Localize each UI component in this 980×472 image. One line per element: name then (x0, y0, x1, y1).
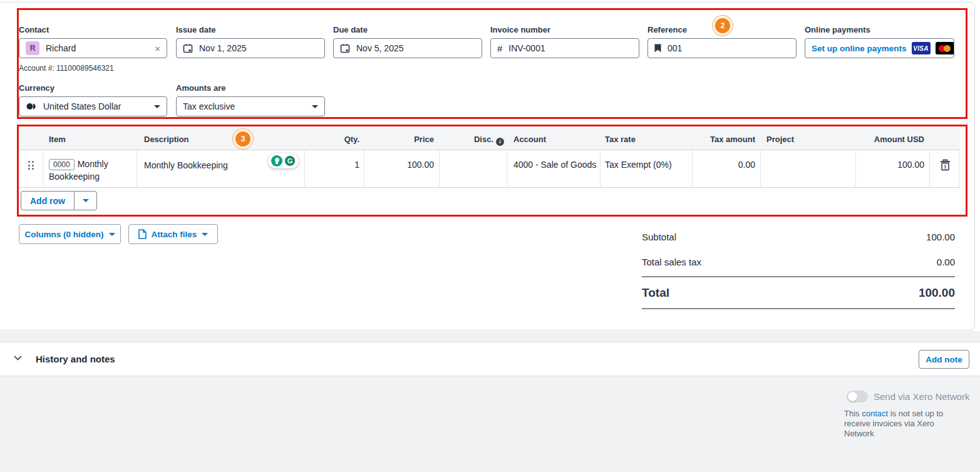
col-header-tax-rate: Tax rate (605, 135, 636, 144)
add-note-button[interactable]: Add note (919, 350, 969, 369)
contact-label: Contact (19, 25, 49, 34)
add-row-split-button: Add row (21, 191, 97, 210)
totals-divider (642, 276, 955, 277)
grammarly-widget: G (268, 153, 299, 168)
contact-avatar: R (26, 41, 39, 55)
qty-cell[interactable]: 1 (304, 160, 359, 170)
invoice-number-input[interactable]: # INV-0001 (490, 38, 639, 58)
col-header-qty: Qty. (304, 135, 359, 144)
history-section-bar (0, 342, 980, 376)
hash-icon: # (497, 43, 502, 54)
network-note: This contact is not set up to receive in… (844, 409, 958, 439)
clear-contact-icon[interactable]: × (155, 43, 160, 54)
chevron-down-icon (83, 199, 89, 202)
invoice-number-value: INV-0001 (508, 43, 545, 53)
info-icon[interactable]: i (496, 138, 504, 146)
attach-files-button[interactable]: Attach files (128, 224, 218, 244)
due-date-input[interactable]: Nov 5, 2025 (333, 38, 482, 58)
add-row-menu-button[interactable] (74, 192, 96, 210)
col-header-amount: Amount USD (855, 135, 924, 144)
item-code-chip: 0000 (49, 159, 75, 170)
send-via-xero-network-toggle[interactable] (847, 391, 868, 403)
delete-row-icon[interactable] (940, 159, 951, 171)
chevron-down-icon (312, 105, 318, 108)
reference-label: Reference (647, 25, 687, 34)
total-value: 100.00 (867, 286, 955, 300)
row-drag-handle[interactable] (28, 161, 34, 170)
suggestion-bulb-icon[interactable] (271, 155, 282, 167)
currency-label: Currency (19, 83, 54, 93)
issue-date-value: Nov 1, 2025 (199, 43, 247, 53)
annotation-badge-2: 2 (715, 18, 730, 33)
contact-input[interactable]: R Richard × (19, 38, 167, 58)
calendar-icon (183, 43, 193, 53)
col-header-price: Price (371, 135, 434, 144)
due-date-value: Nov 5, 2025 (356, 43, 404, 53)
amounts-are-select[interactable]: Tax exclusive (176, 96, 325, 116)
amounts-are-label: Amounts are (176, 83, 225, 93)
setup-online-payments-link[interactable]: Set up online payments (812, 44, 907, 53)
annotation-badge-3: 3 (235, 131, 250, 146)
total-sales-tax-label: Total sales tax (642, 257, 701, 267)
chevron-down-icon (109, 233, 115, 236)
col-header-disc: Disc.i (441, 135, 504, 146)
mastercard-icon (936, 42, 954, 54)
visa-icon: VISA (912, 42, 931, 54)
totals-divider (642, 308, 955, 309)
amounts-are-value: Tax exclusive (183, 101, 235, 111)
col-header-description: Description (144, 135, 189, 144)
collapse-chevron-icon[interactable] (14, 356, 22, 361)
item-cell[interactable]: 0000Monthly Bookkeeping (49, 158, 133, 183)
invoice-number-label: Invoice number (490, 25, 550, 34)
add-row-button[interactable]: Add row (21, 192, 74, 210)
columns-button[interactable]: Columns (0 hidden) (19, 224, 121, 244)
subtotal-value: 100.00 (867, 232, 955, 242)
file-icon (138, 229, 147, 239)
chevron-down-icon (202, 233, 208, 236)
currency-icon (26, 101, 37, 111)
col-header-item: Item (49, 135, 66, 144)
online-payments-box: Set up online payments VISA (805, 38, 954, 58)
account-number-line: Account #: 11100089546321 (19, 64, 114, 73)
contact-link[interactable]: contact (862, 409, 888, 418)
bookmark-icon (654, 44, 661, 53)
col-header-project: Project (766, 135, 794, 144)
history-title: History and notes (36, 354, 115, 364)
tax-rate-cell[interactable]: Tax Exempt (0%) (605, 160, 672, 170)
send-via-xero-network-label: Send via Xero Network (874, 391, 969, 402)
chevron-down-icon (154, 105, 160, 108)
online-payments-label: Online payments (805, 25, 870, 34)
total-sales-tax-value: 0.00 (867, 257, 955, 267)
currency-value: United States Dollar (43, 101, 121, 111)
contact-value: Richard (46, 43, 76, 53)
description-cell[interactable]: Monthly Bookkeeping (144, 160, 228, 170)
col-header-account: Account (513, 135, 546, 144)
issue-date-label: Issue date (176, 25, 216, 34)
amount-cell[interactable]: 100.00 (855, 160, 924, 170)
reference-value: 001 (668, 43, 682, 53)
tax-amount-cell[interactable]: 0.00 (693, 160, 755, 170)
subtotal-label: Subtotal (642, 232, 676, 242)
col-header-tax-amount: Tax amount (693, 135, 755, 144)
invoice-editor-page: Contact R Richard × Account #: 111000895… (0, 0, 980, 472)
currency-select[interactable]: United States Dollar (19, 96, 167, 116)
calendar-icon (340, 43, 350, 53)
footer-area (0, 376, 980, 472)
price-cell[interactable]: 100.00 (371, 160, 434, 170)
reference-input[interactable]: 001 (647, 38, 797, 58)
grammarly-icon[interactable]: G (284, 155, 296, 167)
section-gap (0, 331, 980, 342)
due-date-label: Due date (333, 25, 368, 34)
total-label: Total (642, 286, 669, 300)
issue-date-input[interactable]: Nov 1, 2025 (176, 38, 325, 58)
account-cell[interactable]: 4000 - Sale of Goods (513, 160, 596, 170)
